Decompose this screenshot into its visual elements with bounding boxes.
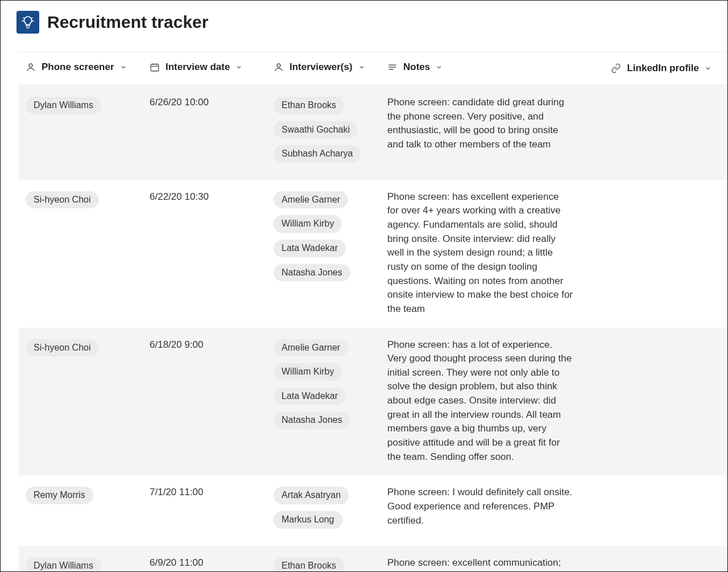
chevron-down-icon [120, 64, 127, 71]
column-header-notes[interactable]: Notes [387, 61, 442, 73]
recruitment-table: Phone screener Interview date [19, 52, 727, 572]
column-header-interview-date[interactable]: Interview date [150, 61, 242, 73]
interviewer-chip[interactable]: Natasha Jones [274, 264, 350, 282]
table-row[interactable]: Remy Morris7/1/20 11:00Artak AsatryanMar… [19, 475, 727, 545]
interviewer-chip[interactable]: Amelie Garner [274, 191, 348, 209]
interviewer-chip[interactable]: Ethan Brooks [274, 557, 344, 573]
chevron-down-icon [235, 64, 242, 71]
svg-rect-5 [151, 64, 159, 71]
phone-screener-chip[interactable]: Dylan Williams [26, 97, 101, 114]
column-label: Interview date [166, 61, 230, 73]
interview-date: 7/1/20 11:00 [150, 485, 260, 498]
column-label: Phone screener [42, 61, 114, 73]
interviewer-chip[interactable]: Markus Long [274, 511, 342, 529]
calendar-icon [150, 62, 160, 72]
interview-date: 6/26/20 10:00 [150, 96, 260, 108]
svg-line-2 [23, 18, 24, 19]
svg-point-4 [29, 64, 32, 67]
phone-screener-chip[interactable]: Si-hyeon Choi [26, 191, 99, 209]
interviewer-chip[interactable]: Swaathi Gochaki [274, 121, 358, 139]
interviewer-chip[interactable]: Subhash Acharya [274, 145, 361, 163]
column-label: Interviewer(s) [289, 61, 353, 73]
interview-date: 6/22/20 10:30 [150, 190, 260, 203]
chevron-down-icon [705, 65, 712, 72]
chevron-down-icon [358, 64, 365, 71]
svg-line-3 [31, 18, 32, 19]
column-header-interviewers[interactable]: Interviewer(s) [274, 61, 365, 73]
interviewer-chip[interactable]: Ethan Brooks [274, 97, 344, 114]
page-header: Recruitment tracker [16, 11, 727, 34]
interviewer-chip[interactable]: Amelie Garner [274, 339, 348, 357]
table-row[interactable]: Si-hyeon Choi6/22/20 10:30Amelie GarnerW… [19, 180, 727, 328]
notes-text: Phone screen: has excellent experience f… [387, 190, 573, 316]
interviewer-chip[interactable]: Lata Wadekar [274, 240, 346, 257]
lightbulb-icon [16, 11, 39, 34]
column-header-linkedin[interactable]: LinkedIn profile [611, 63, 712, 74]
column-headers: Phone screener Interview date [19, 52, 727, 85]
interviewer-chip[interactable]: Lata Wadekar [274, 388, 346, 405]
column-label: Notes [403, 61, 430, 73]
notes-text: Phone screen: candidate did great during… [387, 96, 573, 152]
phone-screener-chip[interactable]: Si-hyeon Choi [26, 339, 99, 357]
link-icon [611, 63, 621, 73]
interviewer-chip[interactable]: Natasha Jones [274, 411, 350, 429]
interviewer-chip[interactable]: Artak Asatryan [274, 487, 349, 504]
interview-date: 6/18/20 9:00 [150, 338, 260, 351]
interviewer-chip[interactable]: William Kirby [274, 363, 342, 381]
notes-text: Phone screen: I would definitely call on… [387, 485, 573, 528]
phone-screener-chip[interactable]: Remy Morris [26, 487, 93, 504]
page-title: Recruitment tracker [47, 13, 208, 32]
interviewer-chip[interactable]: William Kirby [274, 215, 342, 233]
table-row[interactable]: Si-hyeon Choi6/18/20 9:00Amelie GarnerWi… [19, 328, 727, 476]
column-header-phone-screener[interactable]: Phone screener [26, 61, 127, 73]
phone-screener-chip[interactable]: Dylan Williams [26, 557, 101, 573]
notes-icon [387, 62, 398, 72]
column-label: LinkedIn profile [627, 63, 699, 74]
notes-text: Phone screen: excellent communication; [387, 556, 573, 570]
notes-text: Phone screen: has a lot of experience. V… [387, 338, 573, 464]
person-icon [26, 62, 36, 72]
chevron-down-icon [436, 64, 442, 71]
svg-point-9 [277, 64, 280, 67]
table-row[interactable]: Dylan Williams6/9/20 11:00Ethan BrooksPh… [19, 546, 727, 573]
person-icon [274, 62, 284, 72]
interview-date: 6/9/20 11:00 [150, 556, 260, 569]
table-row[interactable]: Dylan Williams6/26/20 10:00Ethan BrooksS… [19, 85, 727, 180]
